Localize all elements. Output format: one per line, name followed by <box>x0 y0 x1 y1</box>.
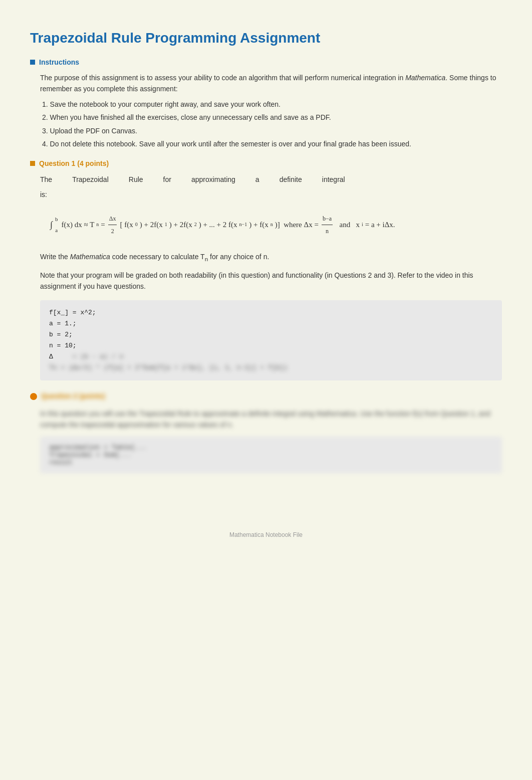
word-a: a <box>255 173 259 186</box>
trapezoidal-formula: ∫ b a f(x) dx ≈ T n = Δx 2 [ f(x 0 ) + 2… <box>50 213 492 237</box>
formula-sub-n: n <box>96 220 99 230</box>
note-text: Note that your program will be graded on… <box>40 270 502 292</box>
formula-block: ∫ b a f(x) dx ≈ T n = Δx 2 [ f(x 0 ) + 2… <box>40 207 502 243</box>
question2-header: Question 2 (points) <box>30 391 502 402</box>
word-trapezoidal: Trapezoidal <box>72 173 109 186</box>
instructions-content: The purpose of this assignment is to ass… <box>30 72 502 149</box>
question2-content: In this question you will use the Trapez… <box>30 408 502 473</box>
q2-blurred-paragraph: In this question you will use the Trapez… <box>40 408 502 431</box>
question1-label: Question 1 (4 points) <box>39 159 109 167</box>
instructions-bullet <box>30 60 35 65</box>
word-for: for <box>163 173 171 186</box>
word-rule: Rule <box>129 173 143 186</box>
question1-intro-text: The Trapezoidal Rule for approximating a… <box>40 173 502 186</box>
q2-code-line-1: approximation = Table[... <box>49 444 493 451</box>
instructions-paragraph1: The purpose of this assignment is to ass… <box>40 72 502 95</box>
formula-bracket: [ f(x <box>120 217 133 232</box>
instructions-section-header: Instructions <box>30 58 502 66</box>
page-title: Trapezoidal Rule Programming Assignment <box>30 30 502 46</box>
question1-section: Question 1 (4 points) The Trapezoidal Ru… <box>30 159 502 380</box>
list-item-1: 1. Save the notebook to your computer ri… <box>42 99 502 110</box>
word-definite: definite <box>280 173 302 186</box>
blurred-code-partial: = (b - a) / n <box>57 353 124 360</box>
code-line-5: Δ = (b - a) / n <box>49 351 493 362</box>
code-line-2: a = 1.; <box>49 318 493 329</box>
instructions-list: 1. Save the notebook to your computer ri… <box>40 99 502 150</box>
write-mathematica: Mathematica <box>70 253 110 261</box>
instructions-text1: The purpose of this assignment is to ass… <box>40 74 405 82</box>
write-post: code necessary to calculate T <box>110 253 205 261</box>
question2-label: Question 2 (points) <box>41 391 105 402</box>
formula-fraction: Δx 2 <box>108 213 117 237</box>
footer-text: Mathematica Notebook File <box>229 531 303 538</box>
code-line-1: f[x_] = x^2; <box>49 307 493 318</box>
question1-content: The Trapezoidal Rule for approximating a… <box>30 173 502 380</box>
footer: Mathematica Notebook File <box>30 521 502 538</box>
question2-section: Question 2 (points) In this question you… <box>30 391 502 491</box>
question2-blurred-text: In this question you will use the Trapez… <box>40 408 502 431</box>
integral-bounds: b a <box>55 214 58 236</box>
code-block-q1[interactable]: f[x_] = x^2; a = 1.; b = 2; n = 10; Δ = … <box>40 300 502 381</box>
formula-equals: = <box>101 217 105 232</box>
q2-code-line-3: result <box>49 459 493 466</box>
question2-blurred-code: approximation = Table[... Trapezoidal = … <box>40 437 502 473</box>
mathematica-italic1: Mathematica <box>405 74 445 82</box>
is-label: is: <box>40 190 502 199</box>
word-approximating: approximating <box>191 173 235 186</box>
question2-dot <box>30 393 37 400</box>
code-line-3: b = 2; <box>49 329 493 340</box>
formula-fraction2: b−a n <box>322 213 333 237</box>
list-item-4: 4. Do not delete this notebook. Save all… <box>42 138 502 149</box>
write-pre: Write the <box>40 253 70 261</box>
integral-symbol: ∫ <box>50 216 53 234</box>
word-integral: integral <box>322 173 345 186</box>
code-line-blurred: Tn = (Δx/2) * (f[a] + 2*Sum[f[a + i*Δx],… <box>49 362 493 373</box>
formula-fx: f(x) dx ≈ T <box>61 217 94 232</box>
list-item-2: 2. When you have finished all the exerci… <box>42 112 502 123</box>
q2-code-line-2: Trapezoidal = Sum[... <box>49 451 493 459</box>
write-code-instruction: Write the Mathematica code necessary to … <box>40 251 502 264</box>
question1-bullet <box>30 161 35 166</box>
instructions-label: Instructions <box>39 58 79 66</box>
code-line-4: n = 10; <box>49 340 493 351</box>
question1-header: Question 1 (4 points) <box>30 159 502 167</box>
list-item-3: 3. Upload the PDF on Canvas. <box>42 125 502 136</box>
word-the: The <box>40 173 52 186</box>
write-end: for any choice of n. <box>208 253 269 261</box>
